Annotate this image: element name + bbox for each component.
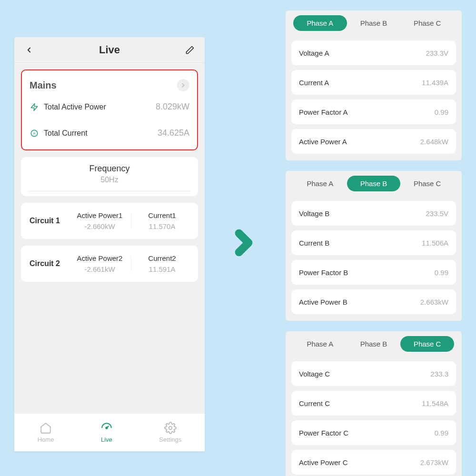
- nav-label: Home: [38, 436, 54, 443]
- row-value: 0.99: [435, 429, 448, 437]
- phase-panel-c: Phase A Phase B Phase C Voltage C233.3 C…: [286, 331, 462, 476]
- list-item: Power Factor C0.99: [291, 420, 456, 445]
- list-item: Power Factor B0.99: [291, 260, 456, 285]
- mains-ap-label: Total Active Power: [44, 103, 106, 111]
- phase-tabs: Phase A Phase B Phase C: [291, 336, 456, 357]
- nav-home[interactable]: Home: [38, 422, 54, 443]
- mains-ap-value: 8.029kW: [156, 102, 189, 112]
- list-item: Current A11.439A: [291, 70, 456, 95]
- flow-arrow-icon: [225, 224, 263, 264]
- chevron-right-icon: [180, 82, 187, 89]
- circuit-1-card[interactable]: Circuit 1 Active Power1 -2.660kW Current…: [21, 203, 198, 239]
- row-value: 11.548A: [422, 399, 448, 407]
- circuit-2-card[interactable]: Circuit 2 Active Power2 -2.661kW Current…: [21, 246, 198, 282]
- tab-phase-b[interactable]: Phase B: [347, 176, 401, 191]
- row-value: 11.506A: [422, 239, 448, 247]
- nav-label: Settings: [159, 436, 181, 443]
- phase-stack: Phase A Phase B Phase C Voltage A233.3V …: [286, 10, 462, 476]
- mains-card[interactable]: Mains Total Active Power 8.029kW A: [21, 69, 198, 150]
- circuit-name: Circuit 2: [26, 259, 69, 268]
- row-value: 11.439A: [422, 79, 448, 87]
- nav-settings[interactable]: Settings: [159, 422, 181, 443]
- frequency-value: 50Hz: [21, 176, 198, 184]
- row-label: Power Factor B: [299, 268, 348, 277]
- mains-current-label: Total Current: [44, 129, 88, 138]
- phase-panel-a: Phase A Phase B Phase C Voltage A233.3V …: [286, 10, 462, 160]
- list-item: Voltage C233.3: [291, 361, 456, 386]
- row-label: Voltage B: [299, 209, 329, 218]
- circuit-ap-value: -2.660kW: [69, 222, 131, 230]
- mains-active-power-row: Total Active Power 8.029kW: [30, 102, 189, 112]
- row-label: Voltage C: [299, 370, 330, 378]
- circuit-name: Circuit 1: [26, 217, 69, 225]
- list-item: Active Power A2.648kW: [291, 129, 456, 154]
- circuit-c-value: 11.570A: [131, 222, 193, 230]
- tab-phase-c[interactable]: Phase C: [400, 176, 454, 191]
- pencil-icon: [185, 45, 195, 55]
- frequency-card: Frequency 50Hz: [21, 157, 198, 196]
- list-item: Active Power C2.673kW: [291, 450, 456, 475]
- chevron-left-icon: [25, 46, 33, 54]
- tab-phase-c[interactable]: Phase C: [400, 15, 454, 31]
- list-item: Power Factor A0.99: [291, 99, 456, 124]
- row-value: 0.99: [435, 108, 448, 116]
- phone-body: Mains Total Active Power 8.029kW A: [14, 63, 205, 413]
- ammeter-icon: A: [30, 129, 39, 138]
- row-label: Current A: [299, 79, 329, 87]
- nav-live[interactable]: Live: [100, 422, 113, 443]
- row-value: 2.648kW: [420, 138, 448, 146]
- phase-tabs: Phase A Phase B Phase C: [291, 15, 456, 36]
- row-value: 2.673kW: [420, 458, 448, 466]
- frequency-label: Frequency: [21, 164, 198, 174]
- svg-marker-0: [31, 103, 38, 110]
- row-value: 2.663kW: [420, 298, 448, 306]
- circuit-c-label: Current2: [131, 254, 193, 262]
- row-label: Active Power B: [299, 298, 347, 306]
- svg-point-6: [169, 426, 172, 430]
- mains-current-row: A Total Current 34.625A: [30, 128, 189, 138]
- row-label: Power Factor A: [299, 108, 348, 116]
- circuit-ap-value: -2.661kW: [69, 265, 131, 273]
- tab-phase-a[interactable]: Phase A: [293, 15, 347, 31]
- mains-title: Mains: [30, 80, 57, 91]
- tab-phase-b[interactable]: Phase B: [347, 15, 401, 31]
- divider: [29, 191, 190, 191]
- mains-current-value: 34.625A: [158, 128, 189, 138]
- tab-phase-c[interactable]: Phase C: [400, 336, 454, 352]
- row-label: Active Power A: [299, 138, 347, 146]
- list-item: Voltage B233.5V: [291, 201, 456, 226]
- phase-panel-b: Phase A Phase B Phase C Voltage B233.5V …: [286, 171, 462, 321]
- svg-line-5: [107, 426, 109, 428]
- phone-mock: Live Mains Total Active Power 8.029kW: [14, 37, 205, 451]
- edit-button[interactable]: [184, 44, 196, 56]
- row-value: 233.5V: [426, 209, 448, 218]
- circuit-c-label: Current1: [131, 211, 193, 219]
- page-title: Live: [99, 44, 120, 56]
- list-item: Voltage A233.3V: [291, 40, 456, 65]
- back-button[interactable]: [23, 44, 35, 56]
- phase-tabs: Phase A Phase B Phase C: [291, 176, 456, 196]
- row-value: 0.99: [435, 268, 448, 277]
- list-item: Current C11.548A: [291, 391, 456, 416]
- app-header: Live: [14, 37, 205, 63]
- circuit-ap-label: Active Power2: [69, 254, 131, 262]
- row-label: Voltage A: [299, 49, 329, 57]
- row-value: 233.3: [430, 370, 448, 378]
- row-label: Power Factor C: [299, 429, 348, 437]
- svg-text:A: A: [33, 131, 36, 136]
- row-label: Active Power C: [299, 458, 348, 466]
- tab-phase-b[interactable]: Phase B: [347, 336, 401, 352]
- mains-detail-button[interactable]: [177, 79, 189, 91]
- tab-phase-a[interactable]: Phase A: [293, 336, 347, 352]
- row-value: 233.3V: [426, 49, 448, 57]
- row-label: Current C: [299, 399, 330, 407]
- circuit-c-value: 11.591A: [131, 265, 193, 273]
- row-label: Current B: [299, 239, 329, 247]
- bolt-icon: [30, 102, 39, 112]
- bottom-nav: Home Live Settings: [14, 413, 205, 451]
- tab-phase-a[interactable]: Phase A: [293, 176, 347, 191]
- home-icon: [40, 422, 52, 434]
- gauge-icon: [100, 422, 113, 434]
- list-item: Current B11.506A: [291, 230, 456, 255]
- circuit-ap-label: Active Power1: [69, 211, 131, 219]
